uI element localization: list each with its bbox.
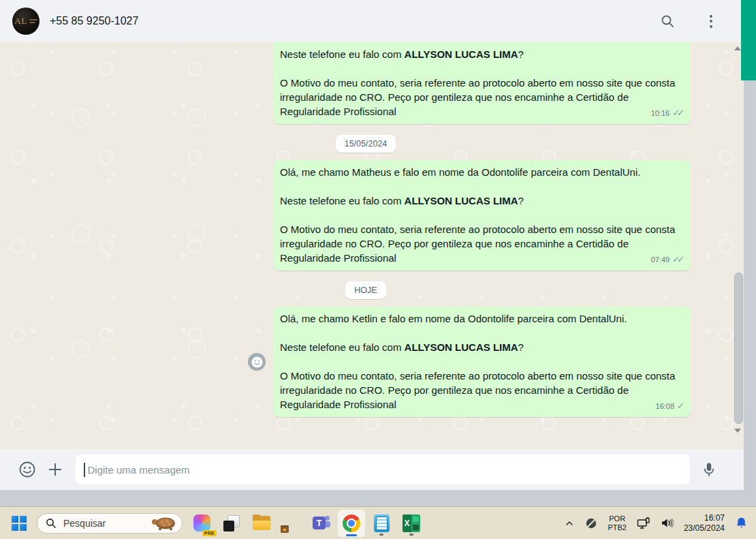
taskbar-left: Pesquisar PRE T X (0, 507, 425, 539)
excel-icon[interactable]: X (398, 510, 425, 537)
message-outgoing[interactable]: Neste telefone eu falo com ALLYSON LUCAS… (274, 42, 691, 124)
language-line1: POR (609, 514, 625, 523)
message-meta: 16:08 ✓ (656, 399, 684, 414)
clock-time: 16:07 (704, 513, 725, 523)
message-ask-line: Neste telefone eu falo com ALLYSON LUCAS… (280, 340, 684, 354)
running-app-indicator (379, 534, 383, 536)
message-meta: 10:16 ✓✓ (651, 106, 684, 121)
chat-area[interactable]: Neste telefone eu falo com ALLYSON LUCAS… (0, 42, 744, 449)
message-meta: 07:49 ✓✓ (651, 253, 684, 267)
teams-icon[interactable]: T (308, 510, 335, 537)
message-time: 07:49 (651, 253, 670, 267)
language-line2: PTB2 (608, 523, 627, 532)
chat-title[interactable]: +55 85 9250-1027 (50, 15, 659, 27)
avatar-monogram: AL (14, 16, 27, 27)
message-intro: Olá, me chamo Matheus e falo em nome da … (280, 165, 684, 179)
reaction-smiley-icon[interactable] (248, 353, 266, 371)
message-outgoing[interactable]: Olá, me chamo Ketlin e falo em nome da O… (274, 307, 691, 417)
menu-icon[interactable] (699, 12, 723, 31)
background-window-accent (741, 0, 756, 80)
header-actions (659, 12, 723, 31)
message-input[interactable]: Digite uma mensagem (76, 455, 690, 484)
input-placeholder: Digite uma mensagem (88, 464, 190, 476)
double-check-icon: ✓✓ (672, 255, 684, 264)
notepad-icon[interactable] (368, 510, 395, 537)
date-separator: 15/05/2024 (336, 135, 396, 153)
language-indicator[interactable]: POR PTB2 (605, 514, 629, 532)
search-icon (46, 518, 57, 529)
whatsapp-window: AL +55 85 9250-1027 Neste telefone eu fa… (0, 0, 744, 490)
file-explorer-icon[interactable] (248, 510, 275, 537)
volume-icon[interactable] (658, 514, 676, 532)
message-ask-line: Neste telefone eu falo com ALLYSON LUCAS… (280, 194, 684, 208)
windows-start-icon[interactable] (7, 510, 31, 537)
taskbar-clock[interactable]: 16:07 23/05/2024 (681, 513, 727, 534)
turtle-image[interactable] (149, 514, 178, 532)
emoji-icon[interactable] (18, 461, 36, 478)
active-app-indicator (346, 534, 357, 536)
message-body: O Motivo do meu contato, seria referente… (280, 222, 684, 265)
network-icon[interactable] (634, 514, 653, 532)
tray-chevron-up-icon[interactable] (561, 515, 578, 532)
plus-icon[interactable] (47, 461, 63, 478)
message-body: O Motivo do meu contato, seria referente… (280, 369, 684, 412)
message-outgoing[interactable]: Olá, me chamo Matheus e falo em nome da … (274, 160, 691, 271)
double-check-icon: ✓✓ (672, 108, 684, 117)
edge-icon[interactable] (278, 510, 305, 537)
message-ask-line: Neste telefone eu falo com ALLYSON LUCAS… (280, 47, 684, 61)
notification-bell-icon[interactable] (732, 514, 751, 532)
copilot-logo (193, 514, 210, 532)
search-placeholder: Pesquisar (63, 518, 149, 529)
composer-bar: Digite uma mensagem (0, 449, 744, 490)
chrome-icon[interactable] (338, 510, 365, 537)
avatar[interactable]: AL (12, 7, 40, 35)
running-app-indicator (409, 534, 413, 536)
message-list: Neste telefone eu falo com ALLYSON LUCAS… (0, 42, 744, 417)
task-view-icon[interactable] (218, 510, 245, 537)
system-tray: POR PTB2 16:07 23/05/2024 (561, 507, 756, 539)
clock-date: 23/05/2024 (684, 523, 725, 534)
search-icon[interactable] (659, 13, 676, 29)
date-separator: HOJE (345, 281, 385, 299)
mic-icon[interactable] (701, 461, 717, 478)
scrollbar-thumb[interactable] (734, 273, 743, 424)
scroll-up-arrow[interactable] (734, 46, 741, 50)
scroll-down-arrow[interactable] (734, 429, 741, 433)
single-check-icon: ✓ (677, 401, 684, 410)
message-time: 16:08 (656, 399, 675, 414)
message-body: O Motivo do meu contato, seria referente… (280, 76, 684, 119)
message-intro: Olá, me chamo Ketlin e falo em nome da O… (280, 311, 684, 326)
copilot-icon[interactable]: PRE (188, 510, 215, 537)
avatar-decoration (30, 19, 37, 23)
copilot-preview-badge: PRE (202, 530, 217, 536)
start-logo (12, 516, 27, 531)
tray-disabled-status-icon[interactable] (582, 514, 600, 532)
windows-taskbar: Pesquisar PRE T X (0, 506, 756, 539)
message-time: 10:16 (651, 106, 670, 121)
chat-header: AL +55 85 9250-1027 (0, 0, 744, 42)
text-caret (84, 463, 85, 477)
taskbar-search-input[interactable]: Pesquisar (37, 513, 183, 534)
